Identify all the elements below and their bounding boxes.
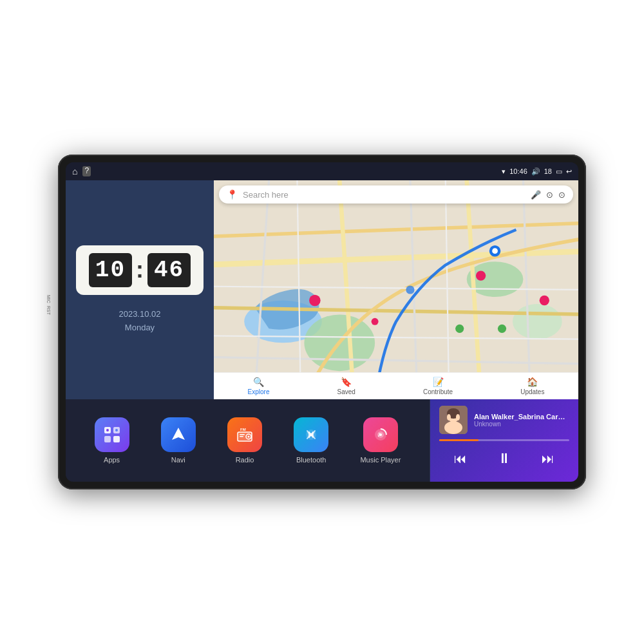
svg-point-4 <box>513 304 562 339</box>
radio-svg-icon: FM <box>236 426 254 444</box>
radio-icon-bg: FM <box>227 417 262 452</box>
navi-icon-bg <box>161 417 196 452</box>
svg-marker-35 <box>172 428 185 440</box>
svg-rect-41 <box>240 436 243 437</box>
svg-rect-31 <box>104 436 111 442</box>
app-item-bluetooth[interactable]: Bluetooth <box>294 417 328 464</box>
app-item-navi[interactable]: Navi <box>161 417 196 464</box>
question-icon[interactable]: ? <box>82 166 91 176</box>
map-search-actions: 🎤 ⊙ ⊙ <box>531 190 565 200</box>
screen: ⌂ ? ▾ 10:46 🔊 18 ▭ ↩ 10 : 4 <box>66 162 578 482</box>
music-title: Alan Walker_Sabrina Carpenter_F... <box>474 413 569 421</box>
apps-icon-bg <box>95 417 129 452</box>
apps-svg-icon <box>103 426 121 444</box>
app-item-apps[interactable]: Apps <box>95 417 129 464</box>
top-section: 10 : 46 2023.10.02 Monday <box>66 180 578 399</box>
app-item-radio[interactable]: FM Radio <box>227 417 262 464</box>
rst-label: RST <box>46 306 51 315</box>
map-tab-saved[interactable]: 🔖 Saved <box>337 377 355 395</box>
contribute-label: Contribute <box>423 388 453 395</box>
saved-icon: 🔖 <box>341 377 352 387</box>
bluetooth-icon-bg <box>294 417 328 452</box>
map-search-bar[interactable]: 📍 Search here 🎤 ⊙ ⊙ <box>219 185 573 204</box>
clock-hours: 10 <box>89 253 132 287</box>
car-head-unit: MIC RST ⌂ ? ▾ 10:46 🔊 18 ▭ ↩ <box>58 155 586 489</box>
app-shortcuts: Apps Navi <box>66 399 430 482</box>
contribute-icon: 📝 <box>433 377 444 387</box>
svg-text:FM: FM <box>240 428 246 431</box>
map-bottom-bar: 🔍 Explore 🔖 Saved 📝 Contribute 🏠 <box>214 372 578 399</box>
main-area: 10 : 46 2023.10.02 Monday <box>66 180 578 482</box>
volume-icon: 🔊 <box>531 167 540 176</box>
svg-point-27 <box>498 325 506 333</box>
album-art-svg <box>439 406 468 434</box>
clock-panel: 10 : 46 2023.10.02 Monday <box>66 180 214 399</box>
battery-level: 18 <box>544 167 552 175</box>
map-options-icon[interactable]: ⊙ <box>546 190 553 200</box>
map-panel[interactable]: Google 📍 Search here 🎤 ⊙ ⊙ <box>214 180 578 399</box>
svg-point-44 <box>310 433 313 437</box>
music-icon-bg: ♪ <box>363 417 398 452</box>
svg-rect-40 <box>240 434 245 435</box>
app-item-music[interactable]: ♪ Music Player <box>360 417 401 464</box>
wifi-icon: ▾ <box>502 167 506 176</box>
music-svg-icon: ♪ <box>372 426 390 444</box>
map-tab-contribute[interactable]: 📝 Contribute <box>423 377 453 395</box>
svg-point-53 <box>447 414 451 421</box>
status-time: 10:46 <box>509 167 527 175</box>
map-pin-icon: 📍 <box>227 189 238 200</box>
voice-search-icon[interactable]: 🎤 <box>531 190 541 200</box>
svg-text:♪: ♪ <box>377 430 381 438</box>
saved-label: Saved <box>337 388 355 395</box>
prev-track-button[interactable]: ⏮ <box>448 449 473 469</box>
map-search-placeholder: Search here <box>243 190 526 200</box>
map-layers-icon[interactable]: ⊙ <box>558 190 565 200</box>
music-info: Alan Walker_Sabrina Carpenter_F... Unkno… <box>439 406 569 434</box>
svg-point-24 <box>540 296 549 305</box>
status-bar: ⌂ ? ▾ 10:46 🔊 18 ▭ ↩ <box>66 162 578 180</box>
clock-colon: : <box>136 256 144 283</box>
battery-icon: ▭ <box>556 167 562 176</box>
svg-point-51 <box>444 421 462 434</box>
svg-point-22 <box>309 295 321 307</box>
music-progress-bar[interactable] <box>439 439 569 441</box>
home-icon[interactable]: ⌂ <box>72 166 77 176</box>
updates-label: Updates <box>520 388 544 395</box>
svg-point-33 <box>106 429 109 431</box>
navi-label: Navi <box>171 456 185 464</box>
explore-icon: 🔍 <box>253 377 264 387</box>
bottom-section: Apps Navi <box>66 399 578 482</box>
svg-point-54 <box>456 414 460 421</box>
music-player-widget: Alan Walker_Sabrina Carpenter_F... Unkno… <box>430 399 578 482</box>
day-value: Monday <box>118 321 160 335</box>
status-left-icons: ⌂ ? <box>72 166 91 176</box>
music-player-label: Music Player <box>360 456 401 464</box>
music-artist: Unknown <box>474 421 569 428</box>
explore-label: Explore <box>248 388 270 395</box>
svg-point-21 <box>406 285 414 294</box>
clock-minutes: 46 <box>147 253 191 287</box>
bluetooth-label: Bluetooth <box>296 456 326 464</box>
svg-point-39 <box>248 436 250 438</box>
bluetooth-svg-icon <box>302 426 320 444</box>
date-value: 2023.10.02 <box>118 308 160 321</box>
date-info: 2023.10.02 Monday <box>118 308 160 335</box>
next-track-button[interactable]: ⏭ <box>535 449 561 469</box>
map-tab-updates[interactable]: 🏠 Updates <box>520 377 544 395</box>
svg-point-23 <box>476 270 486 280</box>
music-controls: ⏮ ⏸ ⏭ <box>439 448 569 469</box>
music-text: Alan Walker_Sabrina Carpenter_F... Unkno… <box>474 413 569 428</box>
back-icon[interactable]: ↩ <box>566 167 572 176</box>
status-right: ▾ 10:46 🔊 18 ▭ ↩ <box>502 167 572 176</box>
updates-icon: 🏠 <box>527 377 538 387</box>
svg-point-34 <box>115 429 118 431</box>
map-tab-explore[interactable]: 🔍 Explore <box>248 377 270 395</box>
mic-label: MIC <box>46 295 51 303</box>
svg-rect-32 <box>113 436 120 442</box>
music-progress-fill <box>439 439 478 441</box>
play-pause-button[interactable]: ⏸ <box>491 448 518 469</box>
radio-label: Radio <box>236 456 254 464</box>
map-svg: Google <box>214 180 578 399</box>
clock-display: 10 : 46 <box>76 245 204 295</box>
navi-svg-icon <box>169 426 187 444</box>
